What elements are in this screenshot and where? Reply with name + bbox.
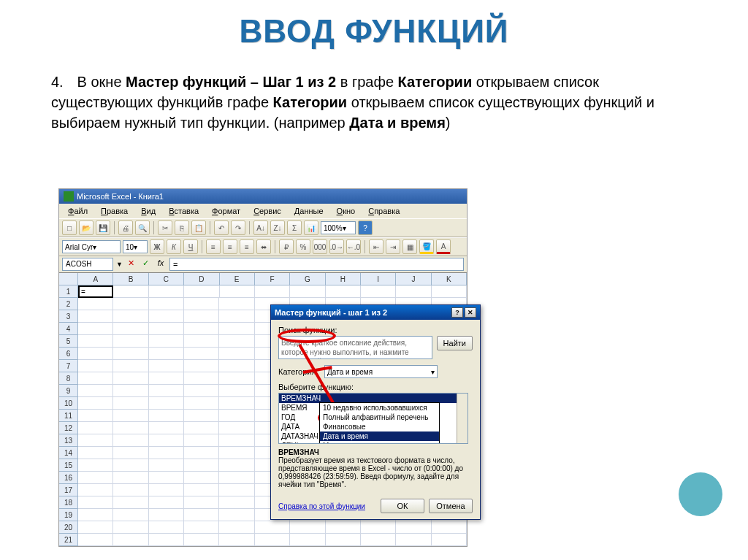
cut-icon[interactable]: ✂ [158,220,172,235]
cell[interactable] [219,335,254,348]
menu-Справка[interactable]: Справка [362,205,405,217]
formatting-toolbar[interactable]: Arial Cyr ▾ 10 ▾ Ж К Ч ≡ ≡ ≡ ⬌ ₽ % 000 .… [59,237,467,256]
dropdown-item[interactable]: Финансовые [320,422,439,431]
cell[interactable] [78,509,113,521]
cell[interactable] [149,509,184,521]
currency-icon[interactable]: ₽ [279,239,294,254]
col-header[interactable]: B [113,273,148,285]
cancel-button[interactable]: Отмена [429,499,473,513]
col-header[interactable]: F [255,273,290,285]
cell[interactable] [219,509,254,521]
cell[interactable] [149,472,184,484]
cell[interactable] [78,298,113,310]
cell[interactable] [184,372,219,385]
borders-icon[interactable]: ▦ [402,239,417,254]
accept-formula-icon[interactable]: ✓ [140,258,152,270]
cell[interactable] [220,285,255,298]
row-header[interactable]: 4 [59,323,78,335]
cell[interactable] [219,298,254,310]
cell[interactable] [149,323,184,335]
cell[interactable] [184,360,219,372]
cell[interactable] [326,285,361,298]
formula-input[interactable]: = [169,258,464,271]
cell[interactable] [149,310,184,323]
copy-icon[interactable]: ⎘ [175,220,189,235]
col-header[interactable]: J [396,273,431,285]
underline-icon[interactable]: Ч [183,239,198,254]
cell[interactable] [219,410,254,422]
cell[interactable] [78,434,113,447]
cell[interactable] [184,285,219,298]
cell[interactable] [149,335,184,348]
row-header[interactable]: 10 [59,397,78,410]
cell[interactable] [290,534,325,546]
row-header[interactable]: 2 [59,298,78,310]
menu-Вид[interactable]: Вид [135,205,161,217]
cell[interactable] [219,397,254,410]
cell[interactable] [78,397,113,410]
cell[interactable] [78,323,113,335]
font-combo[interactable]: Arial Cyr ▾ [62,240,121,253]
menu-Сервис[interactable]: Сервис [248,205,287,217]
cell[interactable] [78,310,113,323]
cell[interactable] [184,521,219,534]
cell[interactable] [78,422,113,434]
cell[interactable] [149,385,184,397]
cell[interactable] [113,459,148,472]
col-header[interactable]: E [220,273,255,285]
row-header[interactable]: 12 [59,422,78,434]
cell[interactable] [113,410,148,422]
cell[interactable] [290,521,325,534]
cell[interactable] [149,348,184,360]
save-icon[interactable]: 💾 [96,220,110,235]
cell[interactable] [219,348,254,360]
cell[interactable] [113,385,148,397]
cell[interactable] [113,348,148,360]
col-header[interactable]: D [184,273,219,285]
font-color-icon[interactable]: A [436,239,451,254]
cell[interactable] [78,372,113,385]
cell[interactable] [326,521,361,534]
menu-Файл[interactable]: Файл [62,205,94,217]
cell[interactable] [219,484,254,496]
cell[interactable] [326,534,361,546]
row-header[interactable]: 8 [59,372,78,385]
cell[interactable] [184,434,219,447]
cell[interactable] [113,422,148,434]
cell[interactable] [184,410,219,422]
row-header[interactable]: 19 [59,509,78,521]
cell[interactable] [255,285,290,298]
cell[interactable] [149,447,184,459]
undo-icon[interactable]: ↶ [214,220,229,235]
redo-icon[interactable]: ↷ [231,220,245,235]
cell[interactable] [113,397,148,410]
fontsize-combo[interactable]: 10 ▾ [123,240,148,253]
help-icon[interactable]: ? [358,220,373,235]
cell[interactable] [184,335,219,348]
cell[interactable] [78,447,113,459]
cell[interactable] [78,348,113,360]
cell[interactable] [149,434,184,447]
align-right-icon[interactable]: ≡ [240,239,254,254]
fx-icon[interactable]: fx [155,258,167,270]
row-header[interactable]: 5 [59,335,78,348]
cell[interactable] [78,410,113,422]
cell[interactable] [184,484,219,496]
cell[interactable] [219,360,254,372]
paste-icon[interactable]: 📋 [191,220,206,235]
search-input[interactable]: Введите краткое описание действия, котор… [278,336,432,359]
inc-decimal-icon[interactable]: .0→ [329,239,344,254]
open-icon[interactable]: 📂 [79,220,94,235]
cell[interactable] [113,509,148,521]
col-header[interactable]: C [149,273,184,285]
indent-dec-icon[interactable]: ⇤ [369,239,383,254]
cell[interactable] [396,521,431,534]
menu-Вставка[interactable]: Вставка [163,205,205,217]
zoom-combo[interactable]: 100% ▾ [321,221,356,234]
cell[interactable] [113,360,148,372]
sum-icon[interactable]: Σ [287,220,302,235]
merge-icon[interactable]: ⬌ [256,239,271,254]
cell[interactable] [219,372,254,385]
row-header[interactable]: 7 [59,360,78,372]
cell[interactable] [184,459,219,472]
